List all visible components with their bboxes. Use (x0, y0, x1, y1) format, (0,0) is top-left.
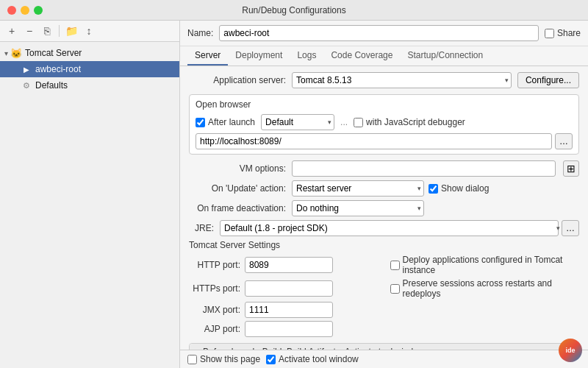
show-dialog-checkbox-label[interactable]: Show dialog (429, 183, 489, 194)
sidebar-item-label: awbeci-root (35, 64, 81, 74)
toolbar-separator (59, 25, 60, 37)
gear-icon: ⚙ (21, 79, 32, 91)
show-dialog-label: Show dialog (441, 183, 489, 194)
update-action-row: On 'Update' action: Restart server Show … (189, 180, 579, 197)
sort-button[interactable]: ↕ (82, 24, 96, 38)
sidebar-toolbar: + − ⎘ 📁 ↕ (0, 21, 179, 42)
jre-select-wrapper: Default (1.8 - project SDK) … (220, 220, 579, 236)
url-row: … (196, 133, 573, 149)
show-page-checkbox-label[interactable]: Show this page (187, 354, 260, 364)
url-browse-button[interactable]: … (555, 133, 573, 149)
browser-select-wrapper: Default (261, 114, 334, 130)
deploy-checkbox[interactable] (390, 261, 400, 270)
sidebar: + − ⎘ 📁 ↕ ▾ 🐱 Tomcat Server ▶ awbeci-roo… (0, 21, 180, 368)
update-action-select-wrapper: Restart server (292, 180, 424, 197)
browser-options-row: After launch Default ... with JavaScript… (196, 114, 573, 130)
tabs-bar: Server Deployment Logs Code Coverage Sta… (180, 46, 588, 66)
update-action-content: Restart server Show dialog (292, 180, 579, 197)
jre-browse-button[interactable]: … (562, 220, 579, 236)
tab-server[interactable]: Server (187, 46, 228, 66)
sidebar-item-label: Defaults (35, 80, 68, 91)
tab-deployment[interactable]: Deployment (228, 46, 290, 66)
jre-row: JRE: Default (1.8 - project SDK) … (189, 220, 579, 236)
configure-button[interactable]: Configure... (517, 72, 579, 88)
run-icon: ▶ (21, 63, 32, 75)
frame-deactivation-row: On frame deactivation: Do nothing (189, 200, 579, 216)
maximize-button[interactable] (34, 6, 43, 15)
preserve-label: Preserve sessions across restarts and re… (403, 278, 580, 299)
deploy-checkbox-label[interactable]: Deploy applications configured in Tomcat… (390, 255, 580, 275)
name-bar: Name: Share (180, 21, 588, 46)
js-debugger-label: with JavaScript debugger (366, 117, 465, 127)
sidebar-item-defaults[interactable]: ⚙ Defaults (0, 77, 179, 93)
minimize-button[interactable] (21, 6, 29, 15)
open-browser-label: Open browser (196, 99, 573, 110)
app-server-select[interactable]: Tomcat 8.5.13 (292, 72, 512, 88)
tomcat-icon: 🐱 (10, 47, 22, 59)
tab-code-coverage[interactable]: Code Coverage (323, 46, 400, 66)
name-input[interactable] (219, 25, 539, 41)
app-server-label: Application server: (189, 75, 292, 85)
ajp-port-row: AJP port: (189, 321, 379, 337)
folder-button[interactable]: 📁 (64, 24, 79, 38)
deploy-label: Deploy applications configured in Tomcat… (403, 255, 580, 275)
main-container: + − ⎘ 📁 ↕ ▾ 🐱 Tomcat Server ▶ awbeci-roo… (0, 21, 588, 368)
after-launch-checkbox-label[interactable]: After launch (196, 117, 255, 127)
frame-deactivation-content: Do nothing (292, 200, 579, 216)
http-port-input[interactable] (245, 257, 333, 273)
show-dialog-checkbox[interactable] (429, 184, 438, 194)
app-server-select-wrapper: Tomcat 8.5.13 (292, 72, 512, 88)
share-checkbox[interactable] (545, 29, 554, 38)
window-controls (7, 6, 43, 15)
http-port-row: HTTP port: (189, 255, 379, 275)
jmx-port-row: JMX port: (189, 302, 379, 318)
remove-config-button[interactable]: − (22, 24, 37, 38)
close-button[interactable] (7, 6, 16, 15)
jre-select[interactable]: Default (1.8 - project SDK) (220, 220, 559, 236)
show-page-checkbox[interactable] (187, 355, 197, 364)
browser-select[interactable]: Default (261, 114, 334, 130)
copy-config-button[interactable]: ⎘ (40, 24, 54, 38)
after-launch-label: After launch (208, 117, 255, 127)
window-title: Run/Debug Configurations (242, 5, 345, 15)
frame-deactivation-select-wrapper: Do nothing (292, 200, 424, 216)
http-port-label: HTTP port: (189, 260, 240, 270)
update-action-select[interactable]: Restart server (292, 180, 424, 197)
ajp-port-input[interactable] (245, 321, 333, 337)
js-debugger-checkbox[interactable] (354, 118, 363, 127)
before-launch-header: ▾ Before launch: Build, Build Artifacts,… (190, 344, 578, 350)
https-port-row: HTTPs port: (189, 278, 379, 299)
preserve-checkbox-label[interactable]: Preserve sessions across restarts and re… (390, 278, 580, 299)
add-config-button[interactable]: + (4, 24, 19, 38)
jmx-port-input[interactable] (245, 302, 333, 318)
https-port-label: HTTPs port: (189, 283, 240, 294)
tomcat-settings: Tomcat Server Settings HTTP port: Deploy… (189, 240, 579, 337)
activate-checkbox[interactable] (266, 355, 276, 364)
activate-checkbox-label[interactable]: Activate tool window (266, 354, 359, 364)
vm-options-input[interactable] (292, 160, 556, 177)
show-page-label: Show this page (200, 354, 260, 364)
before-launch-section: ▾ Before launch: Build, Build Artifacts,… (189, 343, 579, 350)
jre-label: JRE: (195, 223, 214, 233)
tomcat-group-label: Tomcat Server (25, 48, 82, 58)
vm-options-row: VM options: ⊞ (189, 160, 579, 177)
https-port-input[interactable] (245, 280, 333, 297)
after-launch-checkbox[interactable] (196, 118, 205, 127)
frame-deactivation-label: On frame deactivation: (189, 203, 292, 213)
frame-deactivation-select[interactable]: Do nothing (292, 200, 424, 216)
sidebar-item-awbeci-root[interactable]: ▶ awbeci-root (0, 61, 179, 77)
share-checkbox-container: Share (545, 28, 581, 38)
share-label: Share (557, 28, 581, 38)
activate-label: Activate tool window (279, 354, 359, 364)
tab-startup-connection[interactable]: Startup/Connection (400, 46, 490, 66)
sidebar-tree: ▾ 🐱 Tomcat Server ▶ awbeci-root ⚙ Defaul… (0, 42, 179, 368)
tree-group-tomcat: ▾ 🐱 Tomcat Server (0, 45, 179, 61)
tab-logs[interactable]: Logs (290, 46, 323, 66)
vm-expand-button[interactable]: ⊞ (563, 160, 579, 177)
name-field-label: Name: (187, 28, 213, 38)
url-input[interactable] (196, 133, 552, 149)
vm-options-label: VM options: (189, 163, 292, 174)
update-action-label: On 'Update' action: (189, 183, 292, 194)
js-debugger-checkbox-label[interactable]: with JavaScript debugger (354, 117, 465, 127)
preserve-checkbox[interactable] (390, 284, 400, 294)
